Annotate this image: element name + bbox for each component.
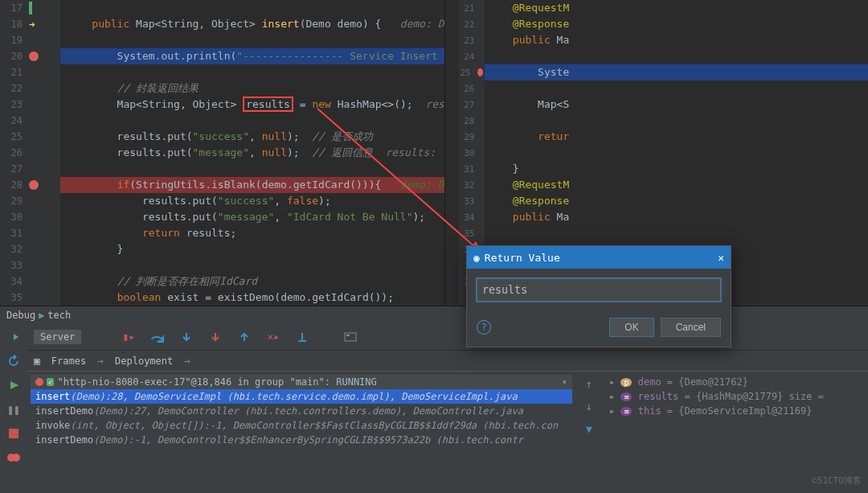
code-line[interactable]: @Response bbox=[485, 193, 869, 209]
line-number[interactable]: 21 bbox=[3, 67, 23, 78]
line-number[interactable]: 20 bbox=[3, 51, 23, 62]
stack-frame[interactable]: insertDemo(Demo):-1, DemoController$$Enh… bbox=[31, 433, 572, 447]
breakpoint-icon[interactable] bbox=[477, 68, 483, 76]
cancel-button[interactable]: Cancel bbox=[661, 318, 721, 337]
code-line[interactable]: if(StringUtils.isBlank(demo.getIdCard())… bbox=[60, 177, 444, 193]
thread-dropdown-icon[interactable]: ▾ bbox=[562, 376, 567, 388]
stack-frame[interactable]: invoke(int, Object, Object[]):-1, DemoCo… bbox=[31, 418, 572, 433]
code-line[interactable]: retur bbox=[485, 129, 869, 145]
code-line[interactable]: @RequestM bbox=[485, 177, 869, 193]
code-line[interactable] bbox=[485, 80, 869, 97]
code-line[interactable] bbox=[485, 113, 869, 129]
code-line[interactable]: // 封装返回结果 bbox=[60, 80, 444, 97]
line-number[interactable]: 25 bbox=[3, 131, 23, 142]
code-line[interactable]: // 判断是否存在相同IdCard bbox=[60, 273, 444, 290]
pause-button[interactable]: ❚❚ bbox=[5, 401, 23, 418]
code-line[interactable]: Map<S bbox=[485, 97, 869, 113]
step-over-icon[interactable] bbox=[149, 328, 166, 346]
code-line[interactable] bbox=[60, 32, 444, 48]
server-tab[interactable]: Server bbox=[34, 330, 81, 344]
show-execution-point-icon[interactable]: ▮▸ bbox=[120, 328, 137, 346]
run-to-cursor-icon[interactable] bbox=[293, 328, 311, 346]
code-line[interactable] bbox=[485, 225, 869, 241]
code-line[interactable] bbox=[485, 145, 869, 161]
rerun-button[interactable] bbox=[5, 352, 23, 370]
breakpoint-icon[interactable] bbox=[29, 180, 39, 190]
line-number[interactable]: 25 bbox=[461, 68, 471, 78]
drop-frame-icon[interactable]: ✕▸ bbox=[264, 328, 282, 346]
filter-frames-icon[interactable]: ▼ bbox=[580, 420, 598, 438]
line-number[interactable]: 33 bbox=[3, 260, 23, 271]
expression-input[interactable] bbox=[477, 278, 721, 302]
line-number[interactable]: 32 bbox=[461, 180, 475, 191]
line-number[interactable]: 33 bbox=[461, 196, 475, 207]
line-number[interactable]: 34 bbox=[461, 212, 475, 223]
line-number[interactable]: 31 bbox=[461, 164, 475, 175]
line-number[interactable]: 27 bbox=[461, 100, 475, 110]
deployment-tab[interactable]: Deployment bbox=[108, 354, 179, 368]
code-line[interactable]: System.out.println("---------------- Ser… bbox=[60, 48, 444, 64]
line-number[interactable]: 21 bbox=[461, 3, 475, 14]
line-number[interactable]: 23 bbox=[3, 99, 23, 110]
line-number[interactable]: 28 bbox=[461, 116, 475, 126]
line-number[interactable]: 35 bbox=[3, 292, 23, 303]
stop-button[interactable] bbox=[5, 425, 23, 442]
stack-frame[interactable]: insert(Demo):28, DemoServiceImpl (hbi.te… bbox=[31, 389, 572, 404]
code-line[interactable] bbox=[60, 0, 444, 16]
step-into-icon[interactable] bbox=[178, 328, 195, 346]
step-out-icon[interactable] bbox=[235, 328, 253, 346]
code-line[interactable]: results.put("message", "IdCard Not Be Nu… bbox=[60, 209, 444, 225]
line-number[interactable]: 30 bbox=[461, 148, 475, 158]
code-line[interactable]: Syste bbox=[485, 64, 869, 80]
line-number[interactable]: 31 bbox=[3, 228, 23, 239]
line-number[interactable]: 26 bbox=[3, 147, 23, 158]
code-line[interactable]: } bbox=[485, 161, 869, 177]
line-number[interactable]: 29 bbox=[461, 132, 475, 142]
code-line[interactable] bbox=[60, 161, 444, 177]
line-number[interactable]: 19 bbox=[3, 35, 23, 46]
line-number[interactable]: 22 bbox=[3, 83, 23, 94]
line-number-gutter[interactable]: 1718➜1920212223242526272829303132333435 bbox=[0, 0, 60, 306]
code-line[interactable]: Map<String, Object> results = new HashMa… bbox=[60, 97, 444, 113]
line-number[interactable]: 32 bbox=[3, 244, 23, 255]
evaluate-expression-icon[interactable] bbox=[342, 328, 359, 346]
force-step-into-icon[interactable] bbox=[207, 328, 224, 346]
view-breakpoints-button[interactable] bbox=[5, 449, 23, 466]
line-number[interactable]: 28 bbox=[3, 179, 23, 191]
code-line[interactable]: boolean exist = existDemo(demo.getIdCard… bbox=[60, 290, 444, 306]
code-line[interactable]: public Ma bbox=[485, 209, 869, 225]
resume-button[interactable] bbox=[5, 328, 23, 346]
frames-tab[interactable]: Frames bbox=[45, 354, 92, 368]
code-line[interactable]: return results; bbox=[60, 225, 444, 241]
code-line[interactable] bbox=[60, 257, 444, 273]
close-icon[interactable]: ✕ bbox=[718, 252, 724, 264]
code-line[interactable] bbox=[60, 113, 444, 129]
code-line[interactable]: public Ma bbox=[485, 32, 869, 48]
code-line[interactable]: results.put("success", false); bbox=[60, 193, 444, 209]
variable-row[interactable]: ▸ ≡ this = {DemoServiceImpl@21169} bbox=[606, 404, 865, 418]
line-number[interactable]: 34 bbox=[3, 276, 23, 287]
code-line[interactable]: } bbox=[60, 241, 444, 257]
breakpoint-icon[interactable] bbox=[29, 51, 39, 61]
prev-frame-icon[interactable]: ↑ bbox=[580, 375, 598, 392]
code-line[interactable]: public Map<String, Object> insert(Demo d… bbox=[60, 16, 444, 32]
help-icon[interactable]: ? bbox=[477, 320, 491, 335]
line-number[interactable]: 35 bbox=[461, 228, 475, 239]
line-number[interactable]: 18 bbox=[3, 18, 23, 30]
variable-row[interactable]: ▸ ≡ results = {HashMap@21779} size = bbox=[606, 389, 865, 404]
line-number[interactable]: 30 bbox=[3, 212, 23, 223]
thread-selector[interactable]: "http-nio-8080-exec-17"@18,846 in group … bbox=[57, 376, 561, 388]
line-number[interactable]: 22 bbox=[461, 19, 475, 30]
line-number[interactable]: 23 bbox=[461, 35, 475, 46]
frames-tab-icon[interactable]: ▣ bbox=[34, 355, 40, 367]
code-line[interactable] bbox=[485, 48, 869, 64]
line-number[interactable]: 29 bbox=[3, 195, 23, 207]
line-number[interactable]: 17 bbox=[3, 2, 23, 14]
variable-row[interactable]: ▸ p demo = {Demo@21762} bbox=[606, 375, 865, 389]
ok-button[interactable]: OK bbox=[609, 318, 653, 337]
line-number[interactable]: 24 bbox=[461, 51, 475, 62]
code-line[interactable]: @RequestM bbox=[485, 0, 869, 16]
code-line[interactable]: results.put("success", null); // 是否成功 bbox=[60, 129, 444, 145]
line-number[interactable]: 27 bbox=[3, 163, 23, 175]
stack-frame[interactable]: insertDemo(Demo):27, DemoController (hbi… bbox=[31, 404, 572, 418]
